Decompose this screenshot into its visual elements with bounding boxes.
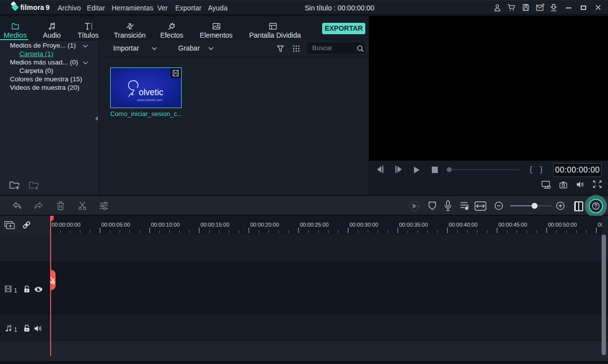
svg-text:00:00:20:00: 00:00:20:00 [250, 222, 279, 228]
svg-text:00:00:10:00: 00:00:10:00 [151, 222, 180, 228]
svg-text:00:00:45:00: 00:00:45:00 [498, 222, 527, 228]
svg-text:00:00:05:00: 00:00:05:00 [101, 222, 130, 228]
svg-text:00:00:55:00: 00:00:55:00 [598, 222, 602, 228]
svg-text:00:00:00:00: 00:00:00:00 [52, 222, 80, 228]
svg-text:00:00:35:00: 00:00:35:00 [399, 222, 428, 228]
svg-text:00:00:15:00: 00:00:15:00 [201, 222, 229, 228]
svg-text:00:00:30:00: 00:00:30:00 [349, 222, 378, 228]
svg-text:00:00:40:00: 00:00:40:00 [449, 222, 477, 228]
svg-text:00:00:25:00: 00:00:25:00 [300, 222, 329, 228]
svg-text:00:00:50:00: 00:00:50:00 [548, 222, 577, 228]
